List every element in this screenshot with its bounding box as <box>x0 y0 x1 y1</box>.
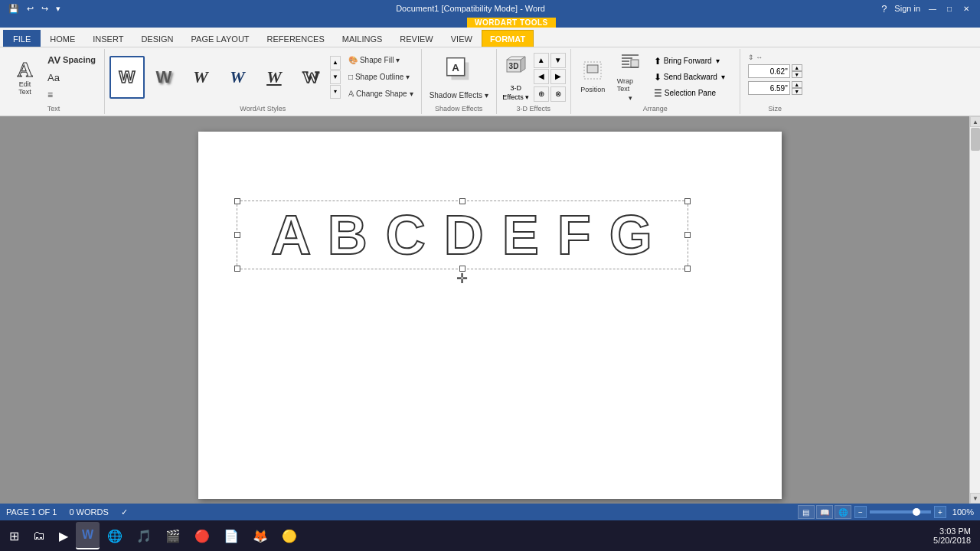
wordart-style-3[interactable]: W <box>183 56 218 99</box>
bring-forward-button[interactable]: ⬆ Bring Forward ▾ <box>651 54 735 69</box>
width-spin-up[interactable]: ▲ <box>792 81 802 88</box>
tilt-left-button[interactable]: ◀ <box>534 69 549 84</box>
tilt-right-button[interactable]: ▶ <box>550 69 566 84</box>
maximize-button[interactable]: □ <box>942 2 957 15</box>
threed-group-content: 3D 3-D Effects ▾ ▲ ▼ ◀ ▶ ⊕ ⊗ <box>501 51 566 103</box>
signin-link[interactable]: Sign in <box>894 4 920 13</box>
wordart-container[interactable]: A B C D E F G ✛ <box>237 201 688 269</box>
handle-bottom-left[interactable] <box>234 266 240 272</box>
customize-icon[interactable]: ▾ <box>54 4 63 14</box>
threed-icon1: 3D <box>504 54 528 83</box>
shape-outline-button[interactable]: □ Shape Outline ▾ <box>345 70 416 85</box>
file-explorer-button[interactable]: 🗂 <box>27 522 51 549</box>
tilt-up-button[interactable]: ▲ <box>534 53 549 68</box>
wordart-gallery: W W W W W W <box>109 56 328 99</box>
shape-fill-dropdown-icon[interactable]: ▾ <box>396 56 400 64</box>
wordart-style-4[interactable]: W <box>220 56 255 99</box>
handle-bottom-right[interactable] <box>684 266 691 272</box>
tab-view[interactable]: VIEW <box>443 30 481 47</box>
media-player-button[interactable]: ▶ <box>53 522 74 549</box>
send-backward-button[interactable]: ⬇ Send Backward ▾ <box>651 70 735 85</box>
web-view-button[interactable]: 🌐 <box>835 505 851 519</box>
redo-icon[interactable]: ↪ <box>39 4 51 14</box>
word-taskbar-button[interactable]: W <box>76 522 100 549</box>
zoom-thumb[interactable] <box>913 508 920 516</box>
zoom-slider[interactable] <box>870 510 931 514</box>
handle-top-left[interactable] <box>234 198 240 204</box>
depth-btn[interactable]: ⊕ <box>534 86 549 102</box>
app2-button[interactable]: 🟡 <box>276 522 303 549</box>
wrap-text-button[interactable]: Wrap Text ▾ <box>613 54 648 100</box>
width-spin-down[interactable]: ▼ <box>792 88 802 95</box>
threed-effects-btn1[interactable]: 3D 3-D Effects ▾ <box>501 56 531 98</box>
window-title: Document1 [Compatibility Mode] - Word <box>63 4 878 13</box>
reading-view-button[interactable]: 📖 <box>816 505 833 519</box>
shadow-effects-icon[interactable]: A <box>442 53 475 86</box>
gallery-up-button[interactable]: ▲ <box>330 56 341 70</box>
handle-middle-right[interactable] <box>684 232 691 238</box>
shadow-effects-button[interactable]: Shadow Effects ▾ <box>426 90 492 101</box>
handle-middle-left[interactable] <box>234 232 240 238</box>
wordart-style-6[interactable]: W <box>293 56 328 99</box>
firefox-button[interactable]: 🦊 <box>247 522 274 549</box>
width-spinner: ▲ ▼ <box>792 81 802 95</box>
scroll-down-button[interactable]: ▼ <box>970 493 980 504</box>
start-button[interactable]: ⊞ <box>3 522 25 549</box>
tab-format[interactable]: FORMAT <box>482 30 534 47</box>
tab-review[interactable]: REVIEW <box>391 30 441 47</box>
music-button[interactable]: 🎵 <box>130 522 158 549</box>
text-group-content: A Edit Text AV Spacing Aa ≡ <box>8 51 100 103</box>
minimize-button[interactable]: — <box>925 2 940 15</box>
handle-top-right[interactable] <box>684 198 691 204</box>
close-button[interactable]: ✕ <box>959 2 974 15</box>
tab-insert[interactable]: INSERT <box>84 30 132 47</box>
gallery-expand-button[interactable]: ▾ <box>330 85 341 99</box>
pdf-button[interactable]: 📄 <box>217 522 245 549</box>
spacing-button[interactable]: AV Spacing <box>44 52 100 68</box>
proofing-icon[interactable]: ✓ <box>121 507 128 517</box>
gallery-down-button[interactable]: ▼ <box>330 70 341 84</box>
tab-home[interactable]: HOME <box>41 30 83 47</box>
change-shape-button[interactable]: 𝔸 Change Shape ▾ <box>345 86 416 102</box>
wordart-style-5[interactable]: W <box>256 56 292 99</box>
align-button[interactable]: ≡ <box>44 87 100 103</box>
chrome-button[interactable]: 🌐 <box>101 522 129 549</box>
app1-button[interactable]: 🔴 <box>188 522 216 549</box>
tab-page-layout[interactable]: PAGE LAYOUT <box>183 30 258 47</box>
height-spin-down[interactable]: ▼ <box>792 71 802 78</box>
change-shape-dropdown-icon[interactable]: ▾ <box>410 90 413 98</box>
selection-pane-button[interactable]: ☰ Selection Pane <box>651 86 735 101</box>
height-spin-up[interactable]: ▲ <box>792 64 802 71</box>
text-label: Text <box>18 88 31 96</box>
save-icon[interactable]: 💾 <box>6 4 21 14</box>
word-count-status: 0 WORDS <box>69 507 108 517</box>
wordart-text[interactable]: A B C D E F G <box>271 204 653 266</box>
aa-button[interactable]: Aa <box>44 70 100 86</box>
scroll-thumb[interactable] <box>971 128 980 151</box>
height-input[interactable] <box>748 64 790 78</box>
tilt-down-button[interactable]: ▼ <box>550 53 566 68</box>
video-button[interactable]: 🎬 <box>159 522 187 549</box>
page-label: PAGE 1 OF 1 <box>6 507 57 517</box>
help-icon[interactable]: ? <box>881 3 887 15</box>
shape-outline-dropdown-icon[interactable]: ▾ <box>406 73 410 81</box>
edit-text-button[interactable]: A Edit Text <box>8 54 42 100</box>
direction-btn[interactable]: ⊗ <box>550 86 566 102</box>
handle-top-middle[interactable] <box>459 198 466 204</box>
position-button[interactable]: Position <box>576 54 610 100</box>
normal-view-button[interactable]: ▤ <box>798 505 815 519</box>
wordart-style-2[interactable]: W <box>146 56 181 99</box>
tab-file[interactable]: FILE <box>3 30 41 47</box>
move-cursor-icon[interactable]: ✛ <box>456 270 468 287</box>
word-count-label: 0 WORDS <box>69 507 108 517</box>
zoom-in-button[interactable]: + <box>934 506 946 518</box>
tab-mailings[interactable]: MAILINGS <box>334 30 391 47</box>
tab-design[interactable]: DESIGN <box>132 30 181 47</box>
zoom-out-button[interactable]: − <box>854 506 867 518</box>
scroll-up-button[interactable]: ▲ <box>970 116 980 127</box>
width-input[interactable] <box>748 81 790 95</box>
shape-fill-button[interactable]: 🎨 Shape Fill ▾ <box>345 53 416 68</box>
tab-references[interactable]: REFERENCES <box>259 30 333 47</box>
undo-icon[interactable]: ↩ <box>24 4 36 14</box>
wordart-style-1[interactable]: W <box>109 56 145 99</box>
